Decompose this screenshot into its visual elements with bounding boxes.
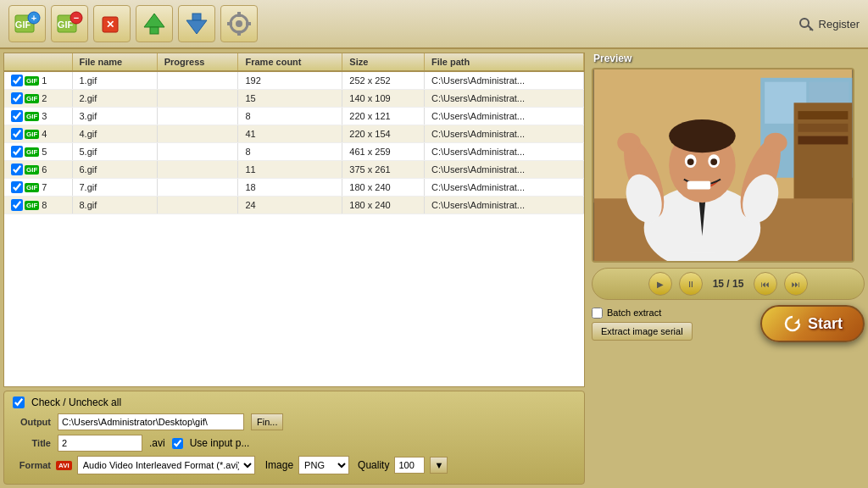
row-filename: 2.gif	[72, 90, 157, 108]
col-header-framecount: Frame count	[238, 53, 342, 71]
row-size: 461 x 259	[342, 143, 425, 161]
row-checkbox[interactable]	[11, 146, 23, 158]
row-check-cell[interactable]: GIF 8	[4, 197, 72, 214]
row-frames: 18	[238, 179, 342, 197]
pause-button[interactable]: ⏸	[679, 272, 703, 296]
check-all-row: Check / Uncheck all	[13, 396, 576, 408]
format-select[interactable]: Audio Video Interleaved Format (*.avi)	[77, 456, 255, 474]
check-all-checkbox[interactable]	[13, 396, 25, 408]
table-row: GIF 5 5.gif 8 461 x 259 C:\Users\Adminis…	[4, 143, 584, 161]
register-button[interactable]: Register	[798, 16, 860, 31]
register-label: Register	[819, 18, 860, 30]
title-row: Title .avi Use input p...	[13, 435, 576, 452]
col-header-filename: File name	[72, 53, 157, 71]
row-progress	[157, 90, 238, 108]
quality-label: Quality	[358, 459, 389, 471]
row-progress	[157, 125, 238, 143]
right-panel: Preview	[588, 49, 868, 488]
svg-marker-13	[186, 20, 207, 34]
start-button[interactable]: Start	[760, 305, 865, 342]
refresh-icon	[782, 313, 803, 334]
play-button[interactable]: ▶	[648, 272, 672, 296]
row-filename: 4.gif	[72, 125, 157, 143]
svg-rect-12	[192, 14, 201, 20]
col-header-size: Size	[342, 53, 425, 71]
add-file-button[interactable]: GIF +	[8, 5, 46, 42]
batch-check-row: Batch extract	[592, 308, 693, 319]
row-progress	[157, 197, 238, 214]
prev-button[interactable]: ⏮	[754, 272, 777, 296]
row-filename: 5.gif	[72, 143, 157, 161]
row-check-cell[interactable]: GIF 1	[4, 71, 72, 90]
quality-dropdown-button[interactable]: ▼	[430, 457, 448, 474]
row-check-cell[interactable]: GIF 4	[4, 125, 72, 143]
row-checkbox[interactable]	[11, 181, 23, 193]
key-icon	[798, 16, 814, 31]
svg-point-40	[687, 158, 694, 165]
preview-label: Preview	[592, 53, 865, 64]
row-checkbox[interactable]	[11, 110, 23, 122]
svg-rect-29	[798, 111, 848, 119]
gif-badge: GIF	[25, 165, 39, 175]
move-down-button[interactable]	[178, 5, 215, 42]
row-path: C:\Users\Administrat...	[425, 108, 584, 125]
svg-rect-11	[150, 27, 159, 34]
row-check-cell[interactable]: GIF 7	[4, 179, 72, 197]
row-progress	[157, 143, 238, 161]
col-header-filepath: File path	[425, 53, 584, 71]
start-label: Start	[808, 315, 843, 333]
svg-point-41	[710, 158, 717, 165]
output-input[interactable]	[58, 413, 244, 430]
row-checkbox[interactable]	[11, 92, 23, 104]
row-check-cell[interactable]: GIF 2	[4, 90, 72, 108]
image-select[interactable]: PNG	[298, 456, 349, 474]
svg-rect-42	[687, 181, 711, 190]
row-checkbox[interactable]	[11, 199, 23, 211]
batch-start-row: Batch extract Extract image serial Start	[592, 305, 865, 342]
gif-badge: GIF	[25, 112, 39, 121]
use-input-checkbox[interactable]	[172, 438, 183, 449]
left-panel: File name Progress Frame count Size File…	[0, 49, 588, 488]
row-check-cell[interactable]: GIF 5	[4, 143, 72, 161]
remove-file-button[interactable]: GIF −	[51, 5, 88, 42]
row-checkbox[interactable]	[11, 164, 23, 175]
file-table: File name Progress Frame count Size File…	[4, 53, 584, 214]
row-id: 6	[42, 164, 47, 175]
title-input[interactable]	[58, 435, 142, 452]
svg-rect-31	[798, 136, 848, 145]
delete-button[interactable]: ✕	[93, 5, 131, 42]
row-filename: 8.gif	[72, 197, 157, 214]
row-frames: 15	[238, 90, 342, 108]
browse-button[interactable]: Fin...	[251, 413, 283, 430]
svg-text:✕: ✕	[106, 19, 114, 30]
row-id: 3	[42, 111, 47, 121]
row-check-cell[interactable]: GIF 3	[4, 108, 72, 125]
next-button[interactable]: ⏭	[784, 272, 808, 296]
move-up-button[interactable]	[136, 5, 173, 42]
extract-serial-button[interactable]: Extract image serial	[592, 322, 693, 341]
toolbar: GIF + GIF − ✕	[0, 0, 868, 49]
use-input-label: Use input p...	[190, 437, 250, 449]
row-frames: 11	[238, 161, 342, 179]
row-checkbox[interactable]	[11, 128, 23, 140]
table-row: GIF 3 3.gif 8 220 x 121 C:\Users\Adminis…	[4, 108, 584, 125]
avi-ext: .avi	[149, 437, 165, 449]
svg-rect-18	[227, 22, 232, 25]
table-row: GIF 2 2.gif 15 140 x 109 C:\Users\Admini…	[4, 90, 584, 108]
avi-badge: AVI	[56, 461, 72, 470]
row-size: 375 x 261	[342, 161, 425, 179]
svg-marker-10	[144, 14, 164, 27]
row-check-cell[interactable]: GIF 6	[4, 161, 72, 179]
gif-badge: GIF	[25, 201, 39, 210]
row-size: 140 x 109	[342, 90, 425, 108]
batch-extract-checkbox[interactable]	[592, 308, 603, 319]
settings-button[interactable]	[220, 5, 258, 42]
row-checkbox[interactable]	[11, 75, 23, 86]
quality-input[interactable]	[394, 457, 425, 474]
format-row: Format AVI Audio Video Interleaved Forma…	[13, 456, 576, 474]
row-path: C:\Users\Administrat...	[425, 143, 584, 161]
row-id: 1	[42, 75, 47, 86]
row-id: 4	[42, 129, 47, 139]
row-id: 5	[42, 147, 47, 157]
svg-rect-19	[246, 22, 251, 25]
